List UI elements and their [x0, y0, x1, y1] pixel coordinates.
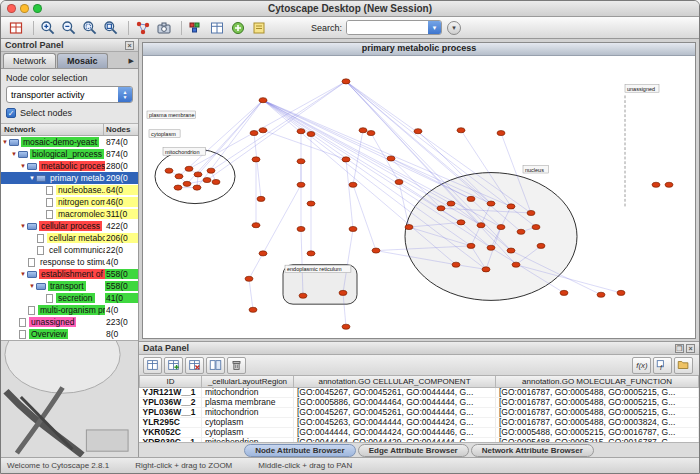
tree-item[interactable]: macromolecule...311(0	[1, 208, 138, 220]
collapse-icon[interactable]: ▼	[19, 223, 27, 229]
network-node[interactable]	[517, 229, 525, 234]
fx-icon[interactable]: f(x)	[632, 357, 651, 374]
network-node[interactable]	[259, 98, 267, 103]
network-edge[interactable]	[263, 100, 456, 265]
tab-scroll-right-icon[interactable]: ▶	[129, 57, 138, 68]
network-node[interactable]	[252, 223, 260, 228]
network-node[interactable]	[339, 290, 347, 295]
network-node[interactable]	[497, 225, 505, 230]
network-node[interactable]	[467, 243, 475, 248]
select-nodes-checkbox[interactable]: ✓	[6, 108, 16, 118]
network-node[interactable]	[652, 182, 660, 187]
annotation-icon[interactable]	[250, 19, 270, 37]
snapshot-icon[interactable]	[155, 19, 175, 37]
network-node[interactable]	[507, 204, 515, 209]
column-header[interactable]: _cellularLayoutRegion	[202, 376, 294, 387]
network-edge[interactable]	[263, 185, 301, 254]
network-node[interactable]	[367, 131, 375, 136]
network-node[interactable]	[259, 128, 267, 133]
table-row[interactable]: YPL036W__2plasma membrane[GO:0005886, GO…	[140, 397, 699, 407]
network-node[interactable]	[497, 131, 505, 136]
column-header[interactable]: annotation.GO CELLULAR_COMPONENT	[294, 376, 496, 387]
tree-item[interactable]: cell communicat...22(0	[1, 244, 138, 256]
network-node[interactable]	[372, 248, 380, 253]
tree-item[interactable]: Overview8(0	[1, 328, 138, 340]
network-node[interactable]	[342, 79, 350, 84]
search-dropdown-icon[interactable]: ▼	[428, 20, 441, 35]
close-panel-icon[interactable]: ×	[125, 41, 134, 50]
tree-item[interactable]: secretion41(0	[1, 292, 138, 304]
network-edge[interactable]	[211, 81, 346, 170]
network-edge[interactable]	[263, 100, 491, 248]
tree-item[interactable]: ▼biological_process874(0	[1, 148, 138, 160]
network-node[interactable]	[165, 168, 173, 173]
collapse-icon[interactable]: ▼	[1, 139, 9, 145]
network-node[interactable]	[359, 128, 367, 133]
tree-column-nodes[interactable]: Nodes	[104, 124, 138, 135]
network-edge[interactable]	[263, 100, 451, 203]
network-node[interactable]	[437, 206, 445, 211]
folder-open-icon[interactable]	[674, 357, 693, 374]
network-node[interactable]	[207, 168, 215, 173]
tab-node-attribute-browser[interactable]: Node Attribute Browser	[244, 444, 356, 457]
collapse-icon[interactable]: ▼	[28, 175, 36, 181]
network-node[interactable]	[297, 129, 305, 134]
network-node[interactable]	[477, 223, 485, 228]
network-node[interactable]	[297, 182, 305, 187]
network-node[interactable]	[257, 196, 265, 201]
network-node[interactable]	[307, 201, 315, 206]
network-node[interactable]	[174, 185, 182, 190]
network-node[interactable]	[185, 166, 193, 171]
network-edge[interactable]	[249, 279, 253, 310]
table-row[interactable]: YKR052Ccytoplasm[GO:0044444, GO:0044424,…	[140, 427, 699, 437]
attr-select-icon[interactable]	[143, 357, 162, 374]
zoom-out-icon[interactable]	[60, 19, 80, 37]
tab-edge-attribute-browser[interactable]: Edge Attribute Browser	[358, 444, 469, 457]
title-bar[interactable]: Cytoscape Desktop (New Session)	[1, 1, 699, 17]
tree-item[interactable]: nitrogen compo...46(0	[1, 196, 138, 208]
network-node[interactable]	[349, 226, 357, 231]
table-row[interactable]: YLR295Ccytoplasm[GO:0045263, GO:0044444,…	[140, 417, 699, 427]
network-node[interactable]	[299, 293, 307, 298]
table-row[interactable]: YPL036W__1mitochondrion[GO:0045267, GO:0…	[140, 407, 699, 417]
network-node[interactable]	[183, 181, 191, 186]
network-edge[interactable]	[263, 100, 471, 199]
trash-icon[interactable]	[227, 357, 246, 374]
collapse-icon[interactable]: ▼	[10, 151, 18, 157]
collapse-icon[interactable]: ▼	[28, 283, 36, 289]
network-node[interactable]	[252, 157, 260, 162]
network-window-title[interactable]: primary metabolic process	[143, 43, 695, 56]
network-node[interactable]	[457, 128, 465, 133]
network-node[interactable]	[212, 179, 220, 184]
network-node[interactable]	[482, 267, 490, 272]
network-edge[interactable]	[187, 100, 263, 184]
zoom-in-icon[interactable]	[39, 19, 59, 37]
tree-item[interactable]: ▼establishment of lo...558(0	[1, 268, 138, 280]
network-node[interactable]	[245, 276, 253, 281]
tree-item[interactable]: ▼cellular process422(0	[1, 220, 138, 232]
network-node[interactable]	[349, 182, 357, 187]
collapse-icon[interactable]: ▼	[19, 271, 27, 277]
network-node[interactable]	[487, 201, 495, 206]
network-overview-icon[interactable]	[134, 19, 154, 37]
network-node[interactable]	[307, 251, 315, 256]
attribute-browser-icon[interactable]	[208, 19, 228, 37]
network-node[interactable]	[342, 157, 350, 162]
network-edge[interactable]	[207, 81, 346, 180]
new-network-grid-icon[interactable]	[7, 19, 27, 37]
tree-item[interactable]: cellular metabo...206(0	[1, 232, 138, 244]
network-edge[interactable]	[263, 130, 346, 159]
vizmapper-icon[interactable]	[187, 19, 207, 37]
tree-item[interactable]: multi-organism pro...4(0	[1, 304, 138, 316]
network-node[interactable]	[447, 201, 455, 206]
network-node[interactable]	[617, 290, 625, 295]
search-options-button[interactable]: ▾	[447, 21, 461, 35]
network-node[interactable]	[250, 131, 258, 136]
zoom-fit-icon[interactable]	[102, 19, 122, 37]
close-panel-icon[interactable]: ×	[686, 344, 695, 353]
network-node[interactable]	[175, 174, 183, 179]
network-node[interactable]	[249, 307, 257, 312]
network-node[interactable]	[414, 129, 422, 134]
network-node[interactable]	[665, 182, 673, 187]
tree-item[interactable]: response to stimul...4(0	[1, 256, 138, 268]
